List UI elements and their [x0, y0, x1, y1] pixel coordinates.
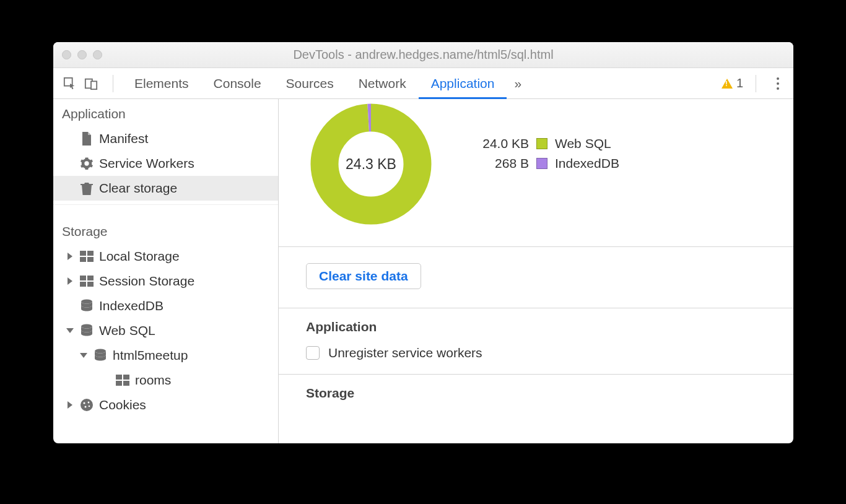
- svg-rect-10: [80, 282, 86, 287]
- svg-point-20: [83, 402, 85, 404]
- svg-rect-7: [87, 257, 94, 262]
- table-icon: [79, 274, 94, 289]
- gear-icon: [79, 156, 94, 171]
- svg-point-19: [81, 399, 93, 411]
- svg-rect-4: [80, 251, 86, 256]
- sidebar-item-cookies[interactable]: Cookies: [53, 393, 278, 417]
- warning-count: 1: [736, 76, 743, 90]
- sidebar-item-websql-db[interactable]: html5meetup: [53, 343, 278, 368]
- legend-size: 24.0 KB: [473, 136, 529, 151]
- svg-rect-8: [80, 276, 86, 280]
- divider: [756, 75, 756, 92]
- sidebar-item-label: html5meetup: [113, 348, 188, 363]
- sidebar-item-label: Cookies: [99, 398, 146, 412]
- sidebar-item-indexeddb[interactable]: IndexedDB: [53, 293, 278, 318]
- svg-rect-5: [87, 251, 94, 256]
- sidebar-item-websql[interactable]: Web SQL: [53, 318, 278, 343]
- legend-size: 268 B: [473, 156, 529, 171]
- sidebar-item-manifest[interactable]: Manifest: [53, 126, 278, 151]
- section-storage-heading: Storage: [279, 375, 793, 409]
- svg-point-12: [81, 300, 92, 304]
- chevron-right-icon: [68, 277, 72, 285]
- zoom-window-icon[interactable]: [93, 50, 102, 59]
- legend-swatch: [536, 158, 547, 169]
- chart-legend: 24.0 KBWeb SQL268 BIndexedDB: [473, 99, 619, 176]
- tab-console[interactable]: Console: [201, 68, 274, 99]
- sidebar: Application Manifest Service Workers: [53, 99, 279, 443]
- checkbox[interactable]: [306, 346, 320, 360]
- sidebar-item-clear-storage[interactable]: Clear storage: [53, 176, 278, 201]
- legend-name: Web SQL: [555, 136, 611, 151]
- checkbox-label: Unregister service workers: [328, 345, 482, 360]
- sidebar-item-websql-table[interactable]: rooms: [53, 368, 278, 393]
- donut-center-label: 24.3 KB: [306, 99, 436, 229]
- svg-point-23: [89, 406, 90, 407]
- database-icon: [93, 348, 108, 363]
- manifest-icon: [79, 131, 94, 146]
- svg-rect-17: [116, 381, 122, 386]
- database-icon: [79, 323, 94, 338]
- body: Application Manifest Service Workers: [53, 99, 793, 443]
- sidebar-item-label: Local Storage: [99, 249, 180, 264]
- device-toolbar-icon[interactable]: [83, 76, 99, 92]
- tab-bar: Elements Console Sources Network Applica…: [53, 68, 793, 99]
- divider: [113, 75, 113, 92]
- chevron-down-icon: [80, 353, 87, 358]
- svg-point-22: [85, 406, 87, 408]
- sidebar-item-session-storage[interactable]: Session Storage: [53, 269, 278, 293]
- sidebar-item-label: Service Workers: [99, 156, 194, 171]
- legend-row: 268 BIndexedDB: [473, 156, 619, 171]
- inspect-element-icon[interactable]: [62, 76, 78, 92]
- svg-rect-18: [123, 381, 129, 386]
- sidebar-item-label: Web SQL: [99, 323, 155, 338]
- sidebar-item-label: Clear storage: [99, 181, 177, 196]
- sidebar-item-label: rooms: [135, 373, 171, 388]
- tab-sources[interactable]: Sources: [274, 68, 346, 99]
- svg-rect-3: [81, 184, 93, 185]
- database-icon: [79, 298, 94, 313]
- trash-icon: [79, 181, 94, 196]
- window-title: DevTools - andrew.hedges.name/html5/sql.…: [53, 48, 793, 62]
- sidebar-section-storage: Storage: [53, 217, 278, 244]
- warnings-badge[interactable]: 1: [722, 76, 747, 90]
- legend-name: IndexedDB: [555, 156, 619, 171]
- devtools-window: DevTools - andrew.hedges.name/html5/sql.…: [53, 42, 793, 443]
- window-controls: [53, 50, 102, 59]
- table-icon: [115, 373, 130, 388]
- storage-usage-chart: 24.3 KB 24.0 KBWeb SQL268 BIndexedDB: [279, 99, 793, 246]
- sidebar-item-label: Session Storage: [99, 274, 194, 289]
- table-icon: [79, 249, 94, 264]
- sidebar-section-application: Application: [53, 99, 278, 126]
- tab-network[interactable]: Network: [346, 68, 419, 99]
- svg-point-21: [88, 402, 90, 404]
- svg-rect-11: [87, 282, 94, 287]
- sidebar-item-label: Manifest: [99, 131, 148, 146]
- donut-chart: 24.3 KB: [306, 99, 436, 229]
- content-pane: 24.3 KB 24.0 KBWeb SQL268 BIndexedDB Cle…: [279, 99, 793, 443]
- minimize-window-icon[interactable]: [77, 50, 87, 59]
- unregister-sw-row[interactable]: Unregister service workers: [279, 343, 793, 374]
- chevron-down-icon: [66, 328, 74, 333]
- settings-menu-icon[interactable]: [771, 74, 785, 93]
- cookie-icon: [79, 398, 94, 412]
- chevron-right-icon: [68, 253, 72, 260]
- titlebar: DevTools - andrew.hedges.name/html5/sql.…: [53, 42, 793, 68]
- sidebar-item-local-storage[interactable]: Local Storage: [53, 244, 278, 269]
- clear-site-data-button[interactable]: Clear site data: [306, 263, 421, 289]
- svg-point-14: [95, 349, 106, 354]
- tab-application[interactable]: Application: [419, 68, 507, 99]
- svg-point-13: [81, 324, 92, 329]
- tabs-overflow-icon[interactable]: »: [507, 76, 529, 91]
- sidebar-item-label: IndexedDB: [99, 298, 164, 313]
- legend-swatch: [536, 138, 547, 149]
- tab-elements[interactable]: Elements: [122, 68, 201, 99]
- svg-rect-2: [91, 81, 97, 89]
- section-application-heading: Application: [279, 308, 793, 343]
- svg-rect-6: [80, 257, 86, 262]
- sidebar-item-service-workers[interactable]: Service Workers: [53, 151, 278, 176]
- svg-rect-15: [116, 375, 122, 380]
- svg-rect-9: [87, 276, 94, 280]
- close-window-icon[interactable]: [62, 50, 71, 59]
- warning-icon: [722, 79, 733, 89]
- legend-row: 24.0 KBWeb SQL: [473, 136, 619, 151]
